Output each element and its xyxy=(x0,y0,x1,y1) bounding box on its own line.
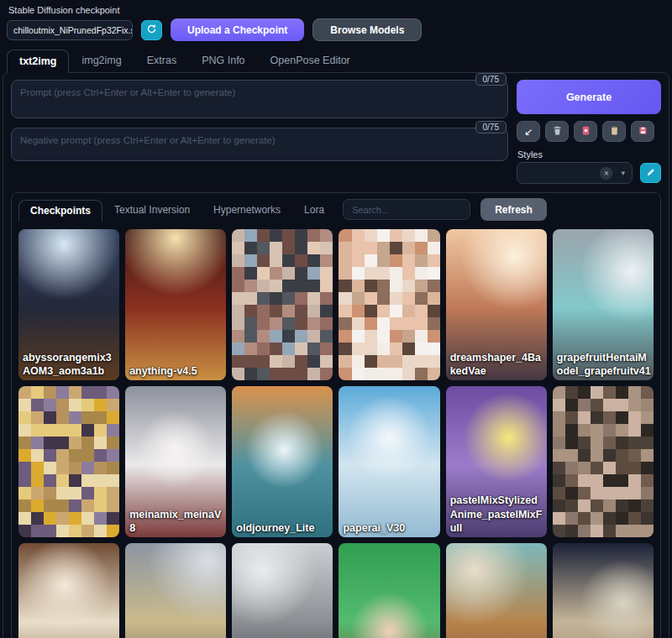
read-parameters-button[interactable]: ↙ xyxy=(517,121,540,142)
checkpoint-card[interactable] xyxy=(18,386,119,537)
styles-dropdown[interactable]: × ▾ xyxy=(517,162,633,184)
clear-styles-icon[interactable]: × xyxy=(600,167,612,180)
apply-styles-button[interactable] xyxy=(602,121,626,142)
tab-textual-inversion[interactable]: Textual Inversion xyxy=(102,199,202,221)
refresh-networks-button[interactable]: Refresh xyxy=(480,198,547,221)
checkpoint-thumbnail xyxy=(446,543,547,638)
checkpoint-thumbnail xyxy=(339,386,439,537)
checkpoint-thumbnail xyxy=(339,543,439,638)
checkpoint-label: Stable Diffusion checkpoint xyxy=(8,5,665,15)
chevron-down-icon: ▾ xyxy=(621,169,625,177)
tab-lora[interactable]: Lora xyxy=(292,199,336,221)
censored-thumbnail xyxy=(18,386,119,537)
trash-icon xyxy=(552,125,563,138)
generate-button[interactable]: Generate xyxy=(517,80,661,114)
checkpoint-thumbnail xyxy=(232,386,333,537)
checkpoint-card[interactable]: SD 2.1v2-1_768-ema-pruned xyxy=(553,543,654,638)
checkpoint-card[interactable]: SD 1.5v1-5-pruned-emaonly xyxy=(446,543,547,638)
refresh-icon xyxy=(146,24,157,37)
negative-prompt-input[interactable] xyxy=(11,128,508,161)
checkpoint-thumbnail xyxy=(553,543,654,638)
tab-txt2img[interactable]: txt2img xyxy=(7,50,69,73)
tab-png-info[interactable]: PNG Info xyxy=(189,49,257,72)
checkpoint-dropdown-value: chilloutmix_NiPrunedFp32Fix.safeter xyxy=(13,25,133,35)
tab-openpose-editor[interactable]: OpenPose Editor xyxy=(258,49,363,72)
negative-prompt-token-counter: 0/75 xyxy=(475,121,507,133)
save-style-button[interactable] xyxy=(631,121,654,142)
extra-networks-tab-bar: CheckpointsTextual InversionHypernetwork… xyxy=(18,199,336,221)
floppy-disk-icon xyxy=(638,125,648,138)
checkpoint-card[interactable]: protogenV22Anime_22 xyxy=(18,543,119,638)
clipboard-icon xyxy=(609,125,620,138)
arrow-down-left-icon: ↙ xyxy=(524,126,533,138)
prompt-input[interactable] xyxy=(11,80,508,118)
checkpoint-card[interactable]: dreamshaper_4BakedVae xyxy=(446,229,547,380)
txt2img-panel: 0/75 0/75 Generate ↙ Styles × ▾ xyxy=(3,72,669,638)
flower-card-icon xyxy=(580,125,591,138)
edit-pencil-icon xyxy=(646,167,656,180)
checkpoint-name: paperai_V30 xyxy=(343,521,438,535)
censored-thumbnail xyxy=(339,229,439,380)
extra-networks-button[interactable] xyxy=(574,121,597,142)
checkpoint-header: Stable Diffusion checkpoint chilloutmix_… xyxy=(0,0,672,41)
styles-label: Styles xyxy=(517,149,661,160)
clear-prompt-button[interactable] xyxy=(545,121,569,142)
checkpoint-card[interactable]: protogenX34Photorealism_1 xyxy=(125,543,226,638)
checkpoint-card[interactable]: pastelMixStylizedAnime_pastelMixFull xyxy=(446,386,547,537)
checkpoint-card[interactable]: realisticVisionV13_v13 xyxy=(232,543,333,638)
checkpoint-card[interactable] xyxy=(339,229,439,380)
checkpoint-name: abyssorangemix3AOM3_aom3a1b xyxy=(23,351,118,379)
upload-checkpoint-button[interactable]: Upload a Checkpoint xyxy=(171,18,304,41)
checkpoint-thumbnail xyxy=(18,543,119,638)
checkpoint-cards-grid: abyssorangemix3AOM3_aom3a1banything-v4.5… xyxy=(18,229,654,638)
checkpoint-name: meinamix_meinaV8 xyxy=(129,508,224,536)
checkpoint-name: anything-v4.5 xyxy=(129,364,224,378)
checkpoint-card[interactable]: grapefruitHentaiModel_grapefruitv41 xyxy=(553,229,654,380)
censored-thumbnail xyxy=(553,386,654,537)
checkpoint-dropdown[interactable]: chilloutmix_NiPrunedFp32Fix.safeter ▾ xyxy=(7,20,133,40)
search-input[interactable] xyxy=(343,199,470,220)
checkpoint-name: oldjourney_Lite xyxy=(236,521,331,535)
browse-models-button[interactable]: Browse Models xyxy=(312,18,422,41)
prompt-tool-buttons: ↙ xyxy=(517,121,661,142)
prompt-block: 0/75 xyxy=(11,80,508,118)
checkpoint-card[interactable]: oldjourney_Lite xyxy=(232,386,333,537)
prompt-token-counter: 0/75 xyxy=(475,73,507,86)
negative-prompt-block: 0/75 xyxy=(11,128,508,161)
checkpoint-name: pastelMixStylizedAnime_pastelMixFull xyxy=(450,494,545,535)
checkpoint-card[interactable]: revAnimated_v11 xyxy=(339,543,439,638)
checkpoint-thumbnail xyxy=(125,229,226,380)
checkpoint-thumbnail xyxy=(125,543,226,638)
checkpoint-card[interactable]: paperai_V30 xyxy=(339,386,439,537)
checkpoint-card[interactable]: meinamix_meinaV8 xyxy=(125,386,226,537)
refresh-checkpoint-button[interactable] xyxy=(141,20,162,40)
edit-styles-button[interactable] xyxy=(640,163,661,183)
tab-img2img[interactable]: img2img xyxy=(69,49,134,72)
censored-thumbnail xyxy=(232,229,333,380)
checkpoint-card[interactable] xyxy=(232,229,333,380)
tab-checkpoints[interactable]: Checkpoints xyxy=(18,200,102,222)
tab-hypernetworks[interactable]: Hypernetworks xyxy=(202,199,292,221)
main-tab-bar: txt2imgimg2imgExtrasPNG InfoOpenPose Edi… xyxy=(0,49,672,72)
checkpoint-card[interactable]: abyssorangemix3AOM3_aom3a1b xyxy=(18,229,119,380)
checkpoint-name: grapefruitHentaiModel_grapefruitv41 xyxy=(557,351,652,379)
checkpoint-name: dreamshaper_4BakedVae xyxy=(450,351,545,379)
checkpoint-thumbnail xyxy=(232,543,333,638)
extra-networks-panel: CheckpointsTextual InversionHypernetwork… xyxy=(11,192,661,638)
checkpoint-card[interactable]: anything-v4.5 xyxy=(125,229,226,380)
checkpoint-card[interactable] xyxy=(553,386,654,537)
tab-extras[interactable]: Extras xyxy=(134,49,189,72)
